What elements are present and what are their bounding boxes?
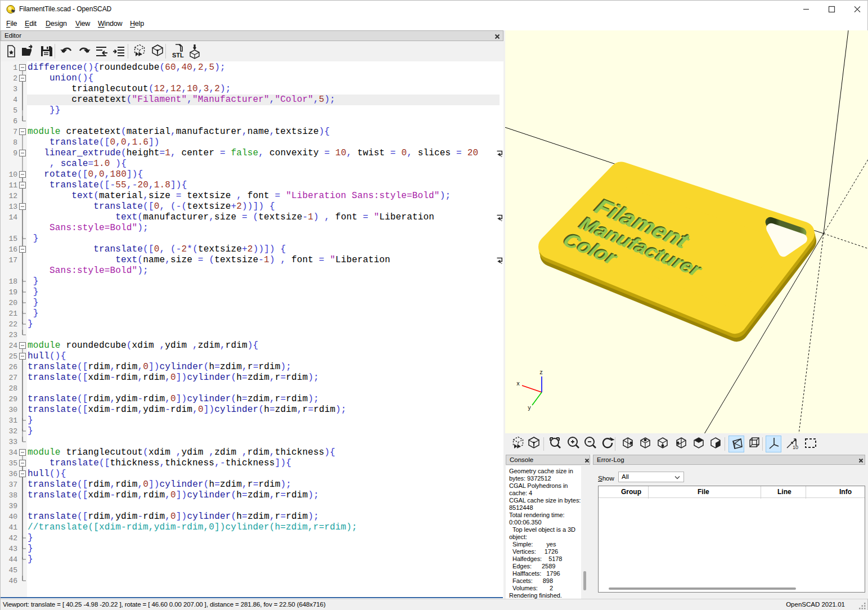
svg-text:10: 10 xyxy=(793,445,798,450)
svg-text:x: x xyxy=(516,381,520,387)
svg-text:STL: STL xyxy=(172,52,184,59)
svg-text:y: y xyxy=(528,405,531,411)
svg-text:z: z xyxy=(539,370,543,376)
